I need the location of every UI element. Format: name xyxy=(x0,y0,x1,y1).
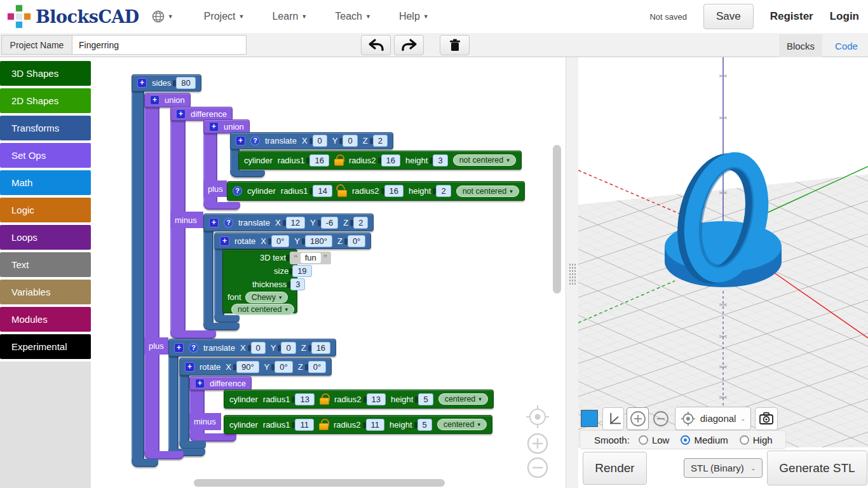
viewport-zoom-in-button[interactable] xyxy=(627,407,649,430)
expand-plus-icon[interactable]: + xyxy=(195,379,205,388)
block-dropdown[interactable]: not centered▾ xyxy=(456,186,519,197)
render-button[interactable]: Render xyxy=(583,452,647,485)
smooth-option[interactable]: High xyxy=(740,435,773,445)
lock-icon[interactable] xyxy=(319,419,329,430)
render-viewport[interactable]: diagonal ⌄ Smooth: Low xyxy=(578,57,868,488)
sidebar-category[interactable]: Text xyxy=(0,252,91,277)
block-dropdown[interactable]: not centered▾ xyxy=(231,304,294,315)
expand-plus-icon[interactable]: + xyxy=(174,343,184,353)
help-icon[interactable]: ? xyxy=(250,136,260,146)
block-text3d-thickness[interactable]: thickness3 xyxy=(252,278,305,290)
sidebar-category[interactable]: Logic xyxy=(0,198,91,222)
sidebar-category[interactable]: Loops xyxy=(0,225,91,250)
block-translate3[interactable]: +?translateX0Y0Z16 xyxy=(168,339,336,356)
block-rotate1[interactable]: +rotateX0°Y180°Z0° xyxy=(214,233,371,249)
expand-plus-icon[interactable]: + xyxy=(236,136,245,146)
block-cylinder2[interactable]: ?cylinderradius114radius216height2not ce… xyxy=(227,181,525,201)
block-dropdown[interactable]: not centered▾ xyxy=(453,154,516,166)
undo-button[interactable] xyxy=(361,35,391,55)
sidebar-category[interactable]: Experimental xyxy=(0,334,91,359)
block-cylinder1[interactable]: cylinderradius116radius216height3not cen… xyxy=(238,151,522,170)
register-link[interactable]: Register xyxy=(770,10,813,23)
vertical-scrollbar[interactable] xyxy=(553,145,561,294)
expand-plus-icon[interactable]: + xyxy=(176,109,186,119)
value-field[interactable]: 0° xyxy=(308,361,326,373)
help-icon[interactable]: ? xyxy=(233,186,242,196)
zoom-in-icon[interactable] xyxy=(528,434,547,453)
value-field[interactable]: 16 xyxy=(309,154,329,166)
value-field[interactable]: 80 xyxy=(176,77,195,89)
lock-icon[interactable] xyxy=(334,154,344,166)
value-field[interactable]: 180° xyxy=(305,235,332,247)
value-field[interactable]: 2 xyxy=(353,217,368,229)
save-button[interactable]: Save xyxy=(703,4,754,29)
value-field[interactable]: 16 xyxy=(384,185,403,197)
lock-open-icon[interactable] xyxy=(337,186,347,197)
block-cylinder4[interactable]: cylinderradius111radius211height5centere… xyxy=(224,415,492,434)
value-field[interactable]: 14 xyxy=(313,185,332,197)
value-field[interactable]: 13 xyxy=(367,393,386,405)
block-dropdown[interactable]: Chewy▾ xyxy=(245,292,288,303)
block-text3d-font[interactable]: fontChewy▾ xyxy=(227,291,288,303)
block-dropdown[interactable]: centered▾ xyxy=(438,393,488,405)
value-field[interactable]: 11 xyxy=(295,419,314,431)
block-union2[interactable]: +union xyxy=(203,119,250,133)
expand-plus-icon[interactable]: + xyxy=(150,95,159,105)
smooth-option[interactable]: Medium xyxy=(681,435,728,445)
value-field[interactable]: 16 xyxy=(381,154,400,166)
menu-item[interactable]: Project▼ xyxy=(204,11,245,22)
axes-toggle-button[interactable] xyxy=(602,407,624,430)
value-field[interactable]: -6 xyxy=(321,217,339,229)
block-translate2[interactable]: +?translateX12Y-6Z2 xyxy=(203,214,374,231)
expand-plus-icon[interactable]: + xyxy=(220,236,229,246)
delete-all-button[interactable] xyxy=(440,35,470,55)
radio-icon[interactable] xyxy=(681,435,690,445)
model-color-picker[interactable] xyxy=(581,410,598,427)
lock-icon[interactable] xyxy=(320,393,329,405)
zoom-out-icon[interactable] xyxy=(528,458,547,477)
value-field[interactable]: 0 xyxy=(251,342,266,354)
value-field[interactable]: 11 xyxy=(366,419,385,431)
value-field[interactable]: 0° xyxy=(348,235,365,247)
login-link[interactable]: Login xyxy=(830,10,859,23)
expand-plus-icon[interactable]: + xyxy=(209,218,219,227)
block-rotate2[interactable]: +rotateX90°Y0°Z0° xyxy=(179,358,332,376)
value-field[interactable]: 0° xyxy=(275,361,292,373)
block-union[interactable]: +union xyxy=(144,93,191,107)
menu-item[interactable]: Help▼ xyxy=(399,11,429,22)
expand-plus-icon[interactable]: + xyxy=(137,78,147,88)
smooth-option[interactable]: Low xyxy=(639,435,670,445)
radio-icon[interactable] xyxy=(639,435,648,445)
block-translate1[interactable]: +?translateX0Y0Z2 xyxy=(230,132,393,149)
horizontal-scrollbar[interactable] xyxy=(194,479,445,487)
value-field[interactable]: 19 xyxy=(292,265,311,277)
value-field[interactable]: 5 xyxy=(418,393,433,405)
value-field[interactable]: 90° xyxy=(236,361,259,373)
sidebar-category[interactable]: Variables xyxy=(0,280,91,304)
zoom-reset-icon[interactable] xyxy=(526,405,549,428)
panel-resize-handle[interactable] xyxy=(566,57,578,488)
menu-item[interactable]: Teach▼ xyxy=(335,11,371,22)
radio-icon[interactable] xyxy=(740,435,749,445)
view-preset-dropdown[interactable]: diagonal ⌄ xyxy=(675,407,751,430)
block-text3d-text[interactable]: 3D text“fun” xyxy=(260,251,331,264)
sidebar-category[interactable]: Set Ops xyxy=(0,143,91,168)
block-difference2[interactable]: +difference xyxy=(189,376,252,390)
block-text3d-size[interactable]: size19 xyxy=(274,264,312,277)
help-icon[interactable]: ? xyxy=(189,343,198,353)
value-field[interactable]: 0 xyxy=(281,342,295,354)
expand-plus-icon[interactable]: + xyxy=(185,362,194,372)
value-field[interactable]: 0° xyxy=(271,235,289,247)
block-sides[interactable]: +sides80 xyxy=(132,74,201,92)
sidebar-category[interactable]: 3D Shapes xyxy=(0,61,91,86)
screenshot-button[interactable] xyxy=(755,407,778,430)
project-name-input[interactable] xyxy=(72,35,247,55)
block-text3d-centered[interactable]: not centered▾ xyxy=(231,304,294,315)
value-field[interactable]: 5 xyxy=(417,419,432,431)
value-field[interactable]: 13 xyxy=(295,393,314,405)
value-field[interactable]: 0 xyxy=(313,135,327,147)
value-field[interactable]: 3 xyxy=(433,154,447,166)
generate-stl-button[interactable]: Generate STL xyxy=(767,451,867,485)
value-field[interactable]: 0 xyxy=(342,135,357,147)
sidebar-category[interactable]: Modules xyxy=(0,307,91,332)
